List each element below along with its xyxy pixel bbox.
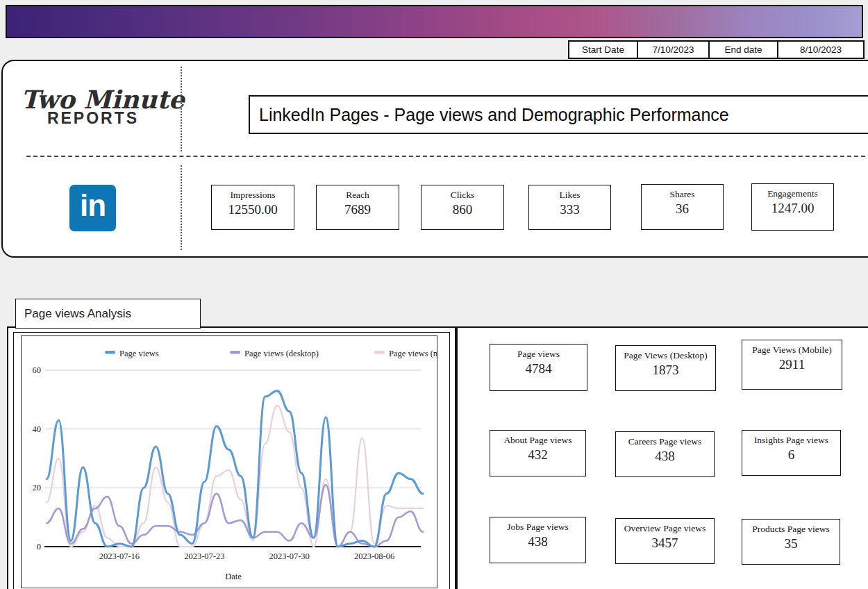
report-title: LinkedIn Pages - Page views and Demograp…: [250, 105, 729, 125]
scorecard-value: 1247.00: [752, 201, 833, 216]
scorecard-label: Jobs Page views: [490, 522, 585, 533]
scorecard-label: Reach: [317, 190, 399, 201]
scorecard-label: Engagements: [752, 188, 833, 199]
y-axis-tick-label: 40: [33, 424, 42, 434]
y-axis-tick-label: 0: [37, 542, 41, 551]
legend-swatch[interactable]: [230, 351, 240, 354]
end-date-field[interactable]: 8/10/2023: [777, 42, 863, 58]
scorecard-value: 1873: [616, 363, 715, 378]
scorecard-overview-page-views: Overview Page views 3457: [615, 518, 715, 564]
scorecard-label: About Page views: [490, 435, 585, 446]
scorecard-page-views: Page views 4784: [490, 344, 587, 391]
scorecard-label: Page Views (Desktop): [616, 350, 715, 361]
scorecard-value: 12550.00: [212, 202, 294, 217]
scorecard-value: 438: [616, 449, 714, 464]
scorecard-value: 333: [529, 202, 610, 217]
scorecard-label: Products Page views: [742, 524, 840, 535]
scorecard-shares: Shares 36: [641, 184, 724, 230]
two-minute-reports-logo: Two Minute REPORTS: [21, 85, 165, 128]
scorecard-label: Careers Page views: [616, 436, 714, 447]
scorecard-value: 3457: [616, 536, 714, 551]
x-axis-title: Date: [225, 572, 242, 581]
scorecard-value: 36: [642, 201, 723, 217]
linkedin-icon: in: [69, 185, 116, 231]
scorecard-impressions: Impressions 12550.00: [211, 185, 294, 230]
scorecard-value: 438: [490, 534, 585, 549]
scorecard-value: 4784: [490, 361, 587, 376]
x-axis-tick-label: 2023-07-23: [184, 551, 224, 561]
legend-label[interactable]: Page views (mobile): [389, 349, 437, 358]
scorecard-value: 7689: [317, 202, 399, 217]
section-title-box: Page views Analysis: [15, 299, 201, 329]
report-page: Start Date 7/10/2023 End date 8/10/2023 …: [0, 0, 868, 589]
scorecard-label: Likes: [529, 190, 610, 201]
scorecard-engagements: Engagements 1247.00: [751, 183, 834, 231]
report-title-box: LinkedIn Pages - Page views and Demograp…: [249, 95, 868, 134]
scorecard-label: Page Views (Mobile): [742, 345, 842, 356]
scorecard-label: Impressions: [212, 190, 294, 201]
horizontal-dashed-divider: [26, 156, 865, 157]
scorecard-about-page-views: About Page views 432: [490, 430, 586, 476]
start-date-label: Start Date: [569, 42, 637, 58]
scorecard-value: 35: [742, 536, 840, 551]
scorecard-label: Shares: [642, 189, 723, 200]
scorecard-products-page-views: Products Page views 35: [742, 519, 840, 565]
x-axis-tick-label: 2023-07-30: [269, 551, 310, 561]
legend-label[interactable]: Page views: [119, 349, 159, 358]
scorecard-value: 6: [742, 447, 840, 463]
vertical-dotted-divider-bottom: [181, 165, 182, 250]
y-axis-tick-label: 20: [33, 483, 42, 492]
scorecard-page-views-mobile: Page Views (Mobile) 2911: [742, 340, 842, 390]
section-title: Page views Analysis: [16, 307, 131, 321]
scorecard-value: 432: [490, 447, 585, 463]
scorecard-jobs-page-views: Jobs Page views 438: [490, 517, 586, 563]
pageviews-line-chart[interactable]: 02040602023-07-162023-07-232023-07-30202…: [21, 335, 437, 588]
legend-swatch[interactable]: [374, 351, 385, 354]
scorecard-page-views-desktop: Page Views (Desktop) 1873: [615, 345, 716, 391]
scorecard-value: 2911: [742, 357, 842, 372]
scorecard-clicks: Clicks 860: [421, 185, 504, 230]
scorecard-careers-page-views: Careers Page views 438: [615, 431, 715, 477]
legend-swatch[interactable]: [105, 351, 115, 354]
scorecard-reach: Reach 7689: [316, 185, 399, 230]
scorecard-label: Insights Page views: [742, 435, 840, 446]
scorecard-value: 860: [422, 202, 503, 217]
vertical-dotted-divider-top: [181, 67, 182, 151]
x-axis-tick-label: 2023-08-06: [354, 551, 394, 561]
scorecard-likes: Likes 333: [528, 185, 611, 230]
chart-svg[interactable]: 02040602023-07-162023-07-232023-07-30202…: [22, 336, 437, 588]
scorecard-label: Page views: [490, 349, 587, 360]
x-axis-tick-label: 2023-07-16: [99, 551, 140, 561]
date-range-control: Start Date 7/10/2023 End date 8/10/2023: [568, 40, 865, 59]
scorecard-insights-page-views: Insights Page views 6: [742, 430, 841, 476]
end-date-label: End date: [708, 42, 777, 58]
scorecard-label: Clicks: [422, 190, 503, 201]
y-axis-tick-label: 60: [33, 365, 42, 375]
legend-label[interactable]: Page views (desktop): [244, 349, 319, 358]
scorecard-label: Overview Page views: [616, 523, 714, 534]
series-line-page-views-mobile-: [47, 406, 423, 547]
header-gradient-banner: [6, 5, 863, 38]
start-date-field[interactable]: 7/10/2023: [637, 42, 708, 58]
